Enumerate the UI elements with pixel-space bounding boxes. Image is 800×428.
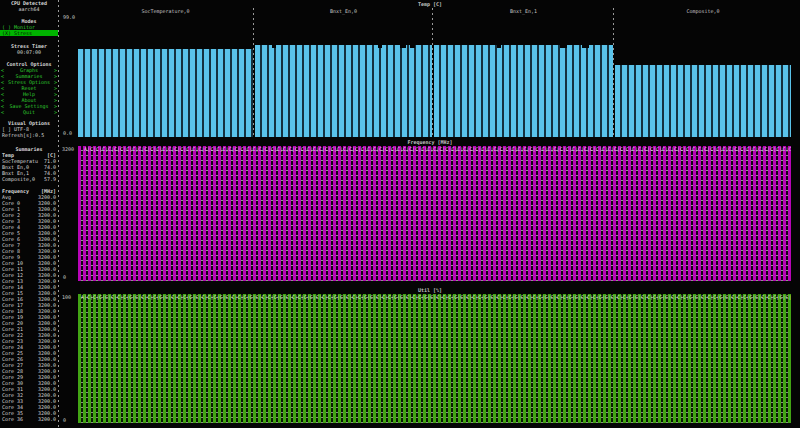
util-ymax-label: 100 xyxy=(62,294,71,300)
temp-dip-notch xyxy=(378,45,382,48)
refresh-rate-field[interactable]: Refresh[s]:0.5 xyxy=(0,132,58,138)
freq-ymin-label: 0 xyxy=(63,274,66,280)
temp-section-bars-1 xyxy=(255,45,432,137)
util-ymin-label: 0 xyxy=(63,417,66,423)
freq-graph-title: Frequency [MHz] xyxy=(60,139,800,145)
freq-graph-top-pattern: A|C|C|C|C|C|C|C|C|C|C|C|C|C|C|C|C|C|C|C|… xyxy=(84,146,791,152)
util-graph-title: Util [%] xyxy=(60,287,800,293)
temp-section-bars-2 xyxy=(434,45,613,137)
summary-value: 57.9 xyxy=(44,176,56,182)
temp-dip-notch xyxy=(582,45,589,48)
summary-row: Composite,057.9 xyxy=(0,176,58,182)
control-options-list: <Graphs><Summaries><Stress Options><Rese… xyxy=(0,67,58,115)
temp-dip-notch xyxy=(410,45,415,48)
util-graph-top-pattern: A|C|C|C|C|C|C|C|C|C|C|C|C|C|C|C|C|C|C|C|… xyxy=(81,294,791,300)
temp-section-separator xyxy=(613,8,614,137)
item-left-arrow: < xyxy=(1,109,4,115)
summary-name: Composite,0 xyxy=(2,176,35,182)
sidebar: CPU Detected aarch64 Modes ( ) Monitor (… xyxy=(0,0,58,145)
temp-graph xyxy=(78,14,791,137)
summary-row: Core 363200.0 xyxy=(0,416,58,422)
temp-ymax-label: 99.0 xyxy=(63,14,75,20)
util-graph xyxy=(78,294,791,423)
temp-section-bars-0 xyxy=(78,49,253,137)
temp-dip-notch xyxy=(560,45,567,48)
summary-value: 3200.0 xyxy=(38,416,56,422)
s-tui-terminal: CPU Detected aarch64 Modes ( ) Monitor (… xyxy=(0,0,800,428)
freq-graph xyxy=(78,146,791,281)
temp-section-separator xyxy=(432,8,433,137)
temp-section-separator xyxy=(253,8,254,137)
sidebar-separator xyxy=(58,0,59,428)
item-right-arrow: > xyxy=(54,109,57,115)
temp-section-bars-3 xyxy=(615,65,791,137)
temp-dip-notch xyxy=(497,45,501,48)
temp-dip-notch xyxy=(272,45,276,48)
temp-ymin-label: 0.0 xyxy=(63,130,72,136)
summaries-panel: Summaries Temp[C]SocTemperatu71.0Bnxt_En… xyxy=(0,146,58,422)
summary-name: Core 36 xyxy=(2,416,23,422)
item-label: Quit xyxy=(23,109,35,115)
temp-graph-title: Temp [C] xyxy=(60,1,800,7)
freq-ymax-label: 3200 xyxy=(62,146,74,152)
temp-dip-notch xyxy=(400,45,406,48)
